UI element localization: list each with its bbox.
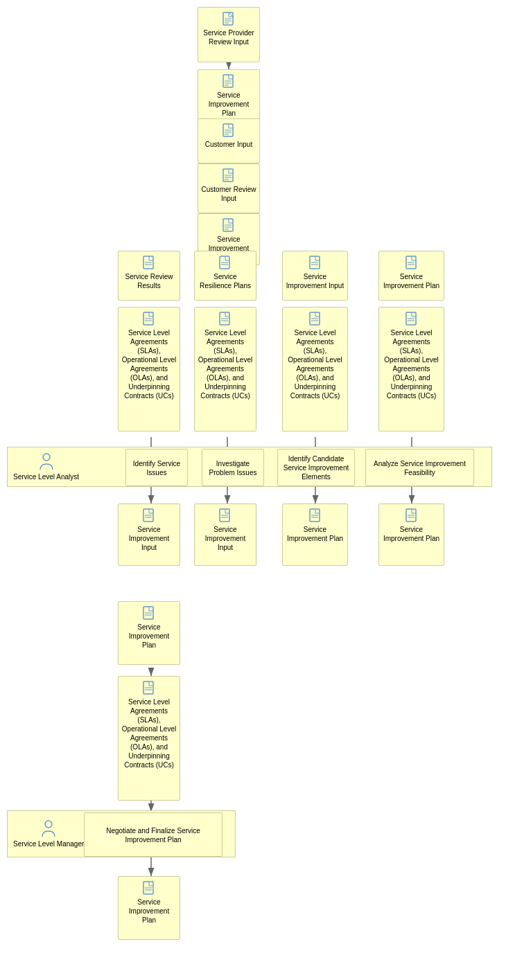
doc-icon-c1a	[142, 255, 156, 270]
label-b1: Service Provider Review Input	[201, 28, 256, 46]
doc-icon-c2a	[218, 255, 232, 270]
label-c2a: Service Resilience Plans	[198, 272, 253, 290]
label-o2: Service Improvement Input	[198, 525, 253, 552]
label-o1: Service Improvement Input	[121, 525, 177, 552]
label-a3: Identify Candidate Service Improvement E…	[281, 454, 351, 481]
activity-identify-service-issues: Identify Service Issues	[125, 449, 188, 486]
label-ba1: Negotiate and Finalize Service Improveme…	[87, 826, 219, 844]
label-a4: Analyze Service Improvement Feasibility	[369, 459, 471, 477]
doc-icon-c3a	[308, 255, 322, 270]
doc-icon-b3	[222, 123, 236, 138]
label-b3: Customer Input	[205, 140, 252, 149]
doc-slas-c3b: Service Level Agreements (SLAs), Operati…	[282, 307, 348, 431]
swimlane-service-level-manager: Service Level Manager Negotiate and Fina…	[7, 810, 236, 857]
doc-output-sip-plan-o3: Service Improvement Plan	[282, 504, 348, 566]
doc-icon-c2b	[218, 311, 232, 326]
label-c3b: Service Level Agreements (SLAs), Operati…	[286, 328, 344, 400]
doc-output-sip-input-o1: Service Improvement Input	[118, 504, 180, 566]
label-b4: Customer Review Input	[201, 185, 256, 203]
label-c1a: Service Review Results	[121, 272, 177, 290]
doc-slas-c1b: Service Level Agreements (SLAs), Operati…	[118, 307, 180, 431]
label-o3: Service Improvement Plan	[286, 525, 344, 543]
doc-customer-review-input-b4: Customer Review Input	[198, 163, 260, 213]
doc-service-improvement-plan-c4a: Service Improvement Plan	[378, 251, 444, 301]
swimlane-analyst-label: Service Level Analyst	[13, 473, 79, 481]
diagram-container: Service Provider Review Input Service Im…	[0, 0, 506, 980]
label-c2b: Service Level Agreements (SLAs), Operati…	[198, 328, 253, 400]
label-a2: Investigate Problem Issues	[205, 459, 261, 477]
doc-icon-bs1	[142, 605, 156, 621]
actor-icon-manager	[41, 820, 56, 838]
doc-bottom-slas-bs2: Service Level Agreements (SLAs), Operati…	[118, 676, 180, 801]
label-c3a: Service Improvement Input	[286, 272, 344, 290]
doc-icon-o3	[308, 508, 322, 523]
doc-slas-c4b: Service Level Agreements (SLAs), Operati…	[378, 307, 444, 431]
doc-icon-c4b	[405, 311, 419, 326]
svg-point-79	[45, 821, 52, 828]
doc-service-improvement-input-c3a: Service Improvement Input	[282, 251, 348, 301]
label-o4: Service Improvement Plan	[382, 525, 441, 543]
doc-icon-b5	[222, 217, 236, 233]
label-bo1: Service Improvement Plan	[121, 898, 177, 925]
doc-slas-c2b: Service Level Agreements (SLAs), Operati…	[194, 307, 256, 431]
doc-service-review-results: Service Review Results	[118, 251, 180, 301]
doc-icon-b2	[222, 73, 236, 89]
doc-icon-o4	[405, 508, 419, 523]
label-b2: Service Improvement Plan	[201, 91, 256, 118]
label-bs2: Service Level Agreements (SLAs), Operati…	[121, 697, 177, 769]
doc-customer-input-b3: Customer Input	[198, 118, 260, 163]
label-c4a: Service Improvement Plan	[382, 272, 441, 290]
actor-icon-analyst	[39, 453, 54, 471]
doc-icon-c4a	[405, 255, 419, 270]
swimlane-manager-label: Service Level Manager	[13, 840, 84, 848]
doc-service-provider-review-input: Service Provider Review Input	[198, 7, 260, 62]
doc-service-resilience-plans: Service Resilience Plans	[194, 251, 256, 301]
doc-icon-c1b	[142, 311, 156, 326]
label-c1b: Service Level Agreements (SLAs), Operati…	[121, 328, 177, 400]
doc-icon-bo1	[142, 880, 156, 896]
label-c4b: Service Level Agreements (SLAs), Operati…	[382, 328, 441, 400]
activity-analyze-sip-feasibility: Analyze Service Improvement Feasibility	[365, 449, 474, 486]
doc-icon-o2	[218, 508, 232, 523]
activity-negotiate-finalize-sip: Negotiate and Finalize Service Improveme…	[84, 812, 223, 857]
activity-investigate-problem-issues: Investigate Problem Issues	[202, 449, 264, 486]
doc-final-sip-plan-bo1: Service Improvement Plan	[118, 876, 180, 940]
doc-icon-b1	[222, 11, 236, 26]
doc-bottom-sip-plan-bs1: Service Improvement Plan	[118, 601, 180, 665]
doc-output-sip-input-o2: Service Improvement Input	[194, 504, 256, 566]
activity-identify-candidate-sip-elements: Identify Candidate Service Improvement E…	[277, 449, 355, 486]
doc-icon-bs2	[142, 680, 156, 695]
doc-output-sip-plan-o4: Service Improvement Plan	[378, 504, 444, 566]
doc-icon-c3b	[308, 311, 322, 326]
swimlane-service-level-analyst: Service Level Analyst Identify Service I…	[7, 447, 492, 487]
label-a1: Identify Service Issues	[129, 459, 184, 477]
svg-point-60	[43, 454, 50, 461]
label-bs1: Service Improvement Plan	[121, 623, 177, 650]
doc-service-improvement-plan-b2: Service Improvement Plan	[198, 69, 260, 121]
doc-icon-o1	[142, 508, 156, 523]
doc-icon-b4	[222, 168, 236, 183]
